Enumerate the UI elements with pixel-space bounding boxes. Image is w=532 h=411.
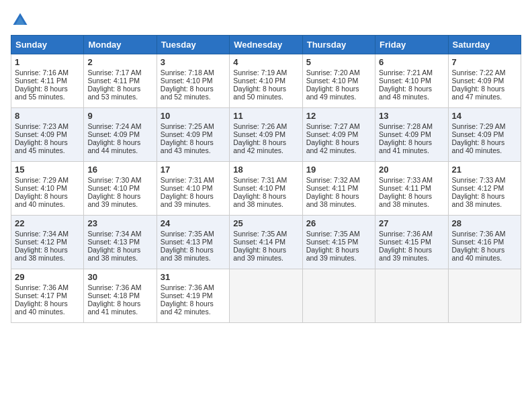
day-info-line: Daylight: 8 hours — [15, 192, 80, 200]
day-info-line: Sunrise: 7:30 AM — [87, 176, 152, 184]
day-info-line: Sunrise: 7:17 AM — [87, 68, 152, 77]
day-info-line: Daylight: 8 hours — [379, 246, 444, 254]
day-cell: 31Sunrise: 7:36 AMSunset: 4:19 PMDayligh… — [157, 269, 229, 323]
day-cell: 13Sunrise: 7:28 AMSunset: 4:09 PMDayligh… — [375, 108, 448, 162]
day-number: 6 — [379, 57, 444, 67]
day-info-line: Sunrise: 7:33 AM — [379, 176, 444, 184]
day-info-line: Sunset: 4:11 PM — [379, 184, 444, 192]
day-cell: 23Sunrise: 7:34 AMSunset: 4:13 PMDayligh… — [84, 216, 157, 269]
day-number: 3 — [161, 57, 226, 67]
calendar-header-row: SundayMondayTuesdayWednesdayThursdayFrid… — [11, 36, 521, 54]
day-info-line: Daylight: 8 hours — [306, 85, 371, 93]
day-info-line: and 38 minutes. — [161, 254, 226, 262]
day-info-line: Sunset: 4:10 PM — [161, 184, 226, 192]
day-info-line: Sunset: 4:17 PM — [15, 291, 80, 300]
day-info-line: Sunset: 4:10 PM — [379, 77, 444, 85]
header-sunday: Sunday — [11, 36, 84, 54]
day-info-line: Daylight: 8 hours — [233, 85, 298, 93]
day-info-line: Sunset: 4:15 PM — [379, 238, 444, 246]
day-info-line: and 39 minutes. — [161, 200, 226, 208]
day-number: 27 — [379, 218, 444, 228]
day-number: 26 — [306, 218, 371, 228]
day-info-line: Daylight: 8 hours — [233, 246, 298, 254]
day-cell: 4Sunrise: 7:19 AMSunset: 4:10 PMDaylight… — [230, 54, 302, 108]
day-cell: 1Sunrise: 7:16 AMSunset: 4:11 PMDaylight… — [11, 54, 84, 108]
day-info-line: and 38 minutes. — [15, 254, 80, 262]
day-number: 29 — [15, 272, 80, 282]
day-number: 9 — [87, 111, 152, 121]
day-info-line: Sunset: 4:13 PM — [87, 238, 152, 246]
day-info-line: Daylight: 8 hours — [15, 246, 80, 254]
day-info-line: Daylight: 8 hours — [15, 138, 80, 146]
day-number: 30 — [87, 272, 152, 282]
day-info-line: Sunrise: 7:27 AM — [306, 122, 371, 130]
day-number: 12 — [306, 111, 371, 121]
day-info-line: Sunrise: 7:18 AM — [161, 68, 226, 77]
day-info-line: Sunrise: 7:34 AM — [87, 230, 152, 238]
day-info-line: and 49 minutes. — [306, 93, 371, 101]
day-info-line: and 41 minutes. — [87, 308, 152, 316]
day-info-line: and 38 minutes. — [306, 200, 371, 208]
day-info-line: Daylight: 8 hours — [306, 246, 371, 254]
day-number: 5 — [306, 57, 371, 67]
day-info-line: and 40 minutes. — [15, 200, 80, 208]
day-cell: 11Sunrise: 7:26 AMSunset: 4:09 PMDayligh… — [230, 108, 302, 162]
day-info-line: and 38 minutes. — [379, 200, 444, 208]
calendar-table: SundayMondayTuesdayWednesdayThursdayFrid… — [11, 35, 521, 323]
day-number: 17 — [161, 165, 226, 175]
day-info-line: Sunrise: 7:35 AM — [161, 230, 226, 238]
day-info-line: and 45 minutes. — [15, 146, 80, 154]
day-info-line: Sunrise: 7:24 AM — [87, 122, 152, 130]
week-row-4: 22Sunrise: 7:34 AMSunset: 4:12 PMDayligh… — [11, 216, 521, 269]
day-cell: 26Sunrise: 7:35 AMSunset: 4:15 PMDayligh… — [302, 216, 375, 269]
day-cell: 29Sunrise: 7:36 AMSunset: 4:17 PMDayligh… — [11, 269, 84, 323]
day-cell: 28Sunrise: 7:36 AMSunset: 4:16 PMDayligh… — [448, 216, 521, 269]
day-info-line: Sunrise: 7:25 AM — [161, 122, 226, 130]
day-info-line: and 43 minutes. — [161, 146, 226, 154]
day-info-line: and 39 minutes. — [306, 254, 371, 262]
day-info-line: Sunrise: 7:31 AM — [233, 176, 298, 184]
week-row-2: 8Sunrise: 7:23 AMSunset: 4:09 PMDaylight… — [11, 108, 521, 162]
day-info-line: Daylight: 8 hours — [87, 85, 152, 93]
day-info-line: and 53 minutes. — [87, 93, 152, 101]
day-info-line: Sunset: 4:10 PM — [15, 184, 80, 192]
day-cell: 12Sunrise: 7:27 AMSunset: 4:09 PMDayligh… — [302, 108, 375, 162]
day-info-line: Daylight: 8 hours — [379, 138, 444, 146]
day-info-line: Sunrise: 7:33 AM — [452, 176, 517, 184]
day-number: 25 — [233, 218, 298, 228]
day-number: 14 — [452, 111, 517, 121]
day-info-line: and 42 minutes. — [306, 146, 371, 154]
day-number: 22 — [15, 218, 80, 228]
day-number: 21 — [452, 165, 517, 175]
day-info-line: Daylight: 8 hours — [379, 85, 444, 93]
day-cell: 10Sunrise: 7:25 AMSunset: 4:09 PMDayligh… — [157, 108, 229, 162]
day-info-line: Daylight: 8 hours — [161, 138, 226, 146]
day-info-line: Sunrise: 7:32 AM — [306, 176, 371, 184]
day-info-line: Sunset: 4:09 PM — [87, 130, 152, 138]
day-info-line: Sunset: 4:10 PM — [233, 184, 298, 192]
day-number: 19 — [306, 165, 371, 175]
day-info-line: Sunrise: 7:26 AM — [233, 122, 298, 130]
day-info-line: Sunrise: 7:20 AM — [306, 68, 371, 77]
day-info-line: and 40 minutes. — [452, 254, 517, 262]
day-info-line: Daylight: 8 hours — [15, 85, 80, 93]
day-info-line: Sunrise: 7:36 AM — [161, 283, 226, 291]
day-number: 28 — [452, 218, 517, 228]
day-info-line: Daylight: 8 hours — [87, 192, 152, 200]
day-info-line: and 39 minutes. — [379, 254, 444, 262]
day-info-line: Daylight: 8 hours — [15, 300, 80, 308]
header-thursday: Thursday — [302, 36, 375, 54]
day-info-line: Daylight: 8 hours — [87, 246, 152, 254]
day-number: 23 — [87, 218, 152, 228]
day-info-line: Sunset: 4:12 PM — [15, 238, 80, 246]
day-cell: 9Sunrise: 7:24 AMSunset: 4:09 PMDaylight… — [84, 108, 157, 162]
header-friday: Friday — [375, 36, 448, 54]
day-info-line: Sunset: 4:10 PM — [306, 77, 371, 85]
day-number: 24 — [161, 218, 226, 228]
day-cell: 18Sunrise: 7:31 AMSunset: 4:10 PMDayligh… — [230, 162, 302, 216]
day-info-line: Daylight: 8 hours — [452, 246, 517, 254]
day-info-line: Sunset: 4:12 PM — [452, 184, 517, 192]
day-info-line: Sunset: 4:10 PM — [161, 77, 226, 85]
day-info-line: Sunset: 4:14 PM — [233, 238, 298, 246]
day-number: 2 — [87, 57, 152, 67]
